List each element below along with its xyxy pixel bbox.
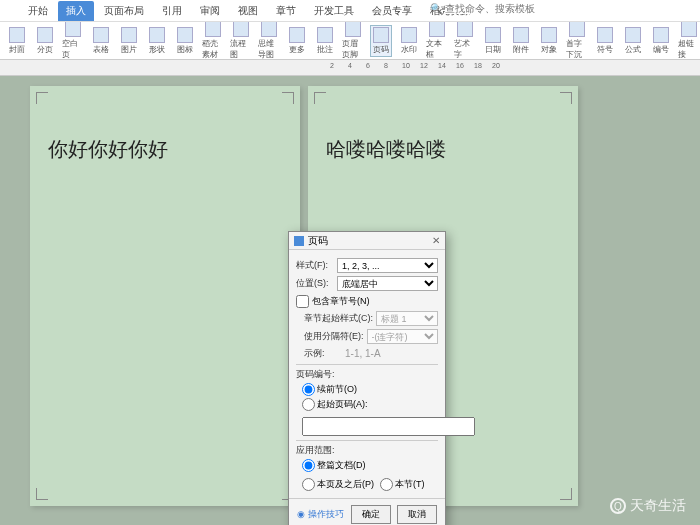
ribbon-艺术字[interactable]: 艺术字 xyxy=(454,22,476,60)
page-1: 你好你好你好 xyxy=(30,86,300,506)
tips-link[interactable]: 操作技巧 xyxy=(297,508,345,521)
search-input[interactable] xyxy=(445,3,555,14)
ribbon-icon xyxy=(373,27,389,43)
watermark: Q 天奇生活 xyxy=(610,497,686,515)
separator-select: -(连字符) xyxy=(367,329,439,344)
search-area: 🔍 xyxy=(430,3,555,14)
ribbon-附件[interactable]: 附件 xyxy=(510,27,532,55)
tab-6[interactable]: 章节 xyxy=(268,1,304,21)
ruler-mark: 20 xyxy=(492,62,500,69)
ribbon-超链接[interactable]: 超链接 xyxy=(678,22,700,60)
ribbon-页眉页脚[interactable]: 页眉页脚 xyxy=(342,22,364,60)
ribbon-更多[interactable]: 更多 xyxy=(286,27,308,55)
radio-from-here[interactable] xyxy=(302,478,315,491)
ribbon-图片[interactable]: 图片 xyxy=(118,27,140,55)
example-value: 1-1, 1-A xyxy=(345,348,381,359)
ribbon-公式[interactable]: 公式 xyxy=(622,27,644,55)
ribbon-icon xyxy=(65,22,81,37)
ok-button[interactable]: 确定 xyxy=(351,505,391,524)
watermark-text: 天奇生活 xyxy=(630,497,686,515)
ribbon-icon xyxy=(149,27,165,43)
ribbon-icon xyxy=(289,27,305,43)
ribbon-icon xyxy=(205,22,221,37)
tab-4[interactable]: 审阅 xyxy=(192,1,228,21)
tab-1[interactable]: 插入 xyxy=(58,1,94,21)
dialog-titlebar: 页码 ✕ xyxy=(289,232,445,250)
ruler-mark: 16 xyxy=(456,62,464,69)
ribbon-空白页[interactable]: 空白页 xyxy=(62,22,84,60)
tab-3[interactable]: 引用 xyxy=(154,1,190,21)
radio-startat[interactable] xyxy=(302,398,315,411)
ribbon-icon xyxy=(429,22,445,37)
ribbon-icon xyxy=(681,22,697,37)
ribbon-稻壳素材[interactable]: 稻壳素材 xyxy=(202,22,224,60)
ribbon-思维导图[interactable]: 思维导图 xyxy=(258,22,280,60)
ruler-mark: 10 xyxy=(402,62,410,69)
ribbon-icon xyxy=(261,22,277,37)
ribbon-图标[interactable]: 图标 xyxy=(174,27,196,55)
watermark-icon: Q xyxy=(610,498,626,514)
position-select[interactable]: 底端居中 xyxy=(337,276,438,291)
ruler-mark: 14 xyxy=(438,62,446,69)
example-label: 示例: xyxy=(304,347,342,360)
menu-tabbar: 开始插入页面布局引用审阅视图章节开发工具会员专享稻壳资源 xyxy=(0,0,700,22)
ribbon-icon xyxy=(93,27,109,43)
ribbon-形状[interactable]: 形状 xyxy=(146,27,168,55)
ribbon-对象[interactable]: 对象 xyxy=(538,27,560,55)
include-chapter-checkbox[interactable] xyxy=(296,295,309,308)
ribbon-分页[interactable]: 分页 xyxy=(34,27,56,55)
radio-continue[interactable] xyxy=(302,383,315,396)
ribbon-icon xyxy=(177,27,193,43)
ribbon-icon xyxy=(541,27,557,43)
ribbon-icon xyxy=(401,27,417,43)
ribbon-日期[interactable]: 日期 xyxy=(482,27,504,55)
ribbon-首字下沉[interactable]: 首字下沉 xyxy=(566,22,588,60)
ribbon-符号[interactable]: 符号 xyxy=(594,27,616,55)
ribbon-icon xyxy=(653,27,669,43)
ribbon-icon xyxy=(569,22,585,37)
ribbon-封面[interactable]: 封面 xyxy=(6,27,28,55)
ruler-mark: 12 xyxy=(420,62,428,69)
radio-this-section[interactable] xyxy=(380,478,393,491)
page2-text: 哈喽哈喽哈喽 xyxy=(326,136,560,163)
ribbon-编号[interactable]: 编号 xyxy=(650,27,672,55)
chap-style-label: 章节起始样式(C): xyxy=(304,312,373,325)
radio-whole-doc[interactable] xyxy=(302,459,315,472)
dialog-icon xyxy=(294,236,304,246)
ribbon-水印[interactable]: 水印 xyxy=(398,27,420,55)
ruler-mark: 6 xyxy=(366,62,370,69)
ribbon-icon xyxy=(233,22,249,37)
tab-2[interactable]: 页面布局 xyxy=(96,1,152,21)
format-label: 样式(F): xyxy=(296,259,334,272)
ribbon-表格[interactable]: 表格 xyxy=(90,27,112,55)
separator-label: 使用分隔符(E): xyxy=(304,330,364,343)
tab-8[interactable]: 会员专享 xyxy=(364,1,420,21)
startat-input[interactable] xyxy=(302,417,475,436)
ribbon-icon xyxy=(345,22,361,37)
ruler-mark: 2 xyxy=(330,62,334,69)
dialog-title: 页码 xyxy=(308,234,432,248)
ribbon-icon xyxy=(457,22,473,37)
ribbon-icon xyxy=(597,27,613,43)
ribbon-icon xyxy=(625,27,641,43)
page1-text: 你好你好你好 xyxy=(48,136,282,163)
page-number-dialog: 页码 ✕ 样式(F): 1, 2, 3, ... 位置(S): 底端居中 包含章… xyxy=(288,231,446,525)
tab-5[interactable]: 视图 xyxy=(230,1,266,21)
ribbon-toolbar: 封面分页空白页表格图片形状图标稻壳素材流程图思维导图更多批注页眉页脚页码水印文本… xyxy=(0,22,700,60)
horizontal-ruler: 2468101214161820 xyxy=(0,60,700,76)
ribbon-批注[interactable]: 批注 xyxy=(314,27,336,55)
ribbon-流程图[interactable]: 流程图 xyxy=(230,22,252,60)
ribbon-icon xyxy=(37,27,53,43)
ribbon-icon xyxy=(9,27,25,43)
ribbon-页码[interactable]: 页码 xyxy=(370,25,392,57)
ruler-mark: 18 xyxy=(474,62,482,69)
cancel-button[interactable]: 取消 xyxy=(397,505,437,524)
numbering-title: 页码编号: xyxy=(296,368,438,381)
close-icon[interactable]: ✕ xyxy=(432,235,440,246)
ribbon-文本框[interactable]: 文本框 xyxy=(426,22,448,60)
tab-0[interactable]: 开始 xyxy=(20,1,56,21)
tab-7[interactable]: 开发工具 xyxy=(306,1,362,21)
format-select[interactable]: 1, 2, 3, ... xyxy=(337,258,438,273)
ribbon-icon xyxy=(317,27,333,43)
search-icon: 🔍 xyxy=(430,3,442,14)
